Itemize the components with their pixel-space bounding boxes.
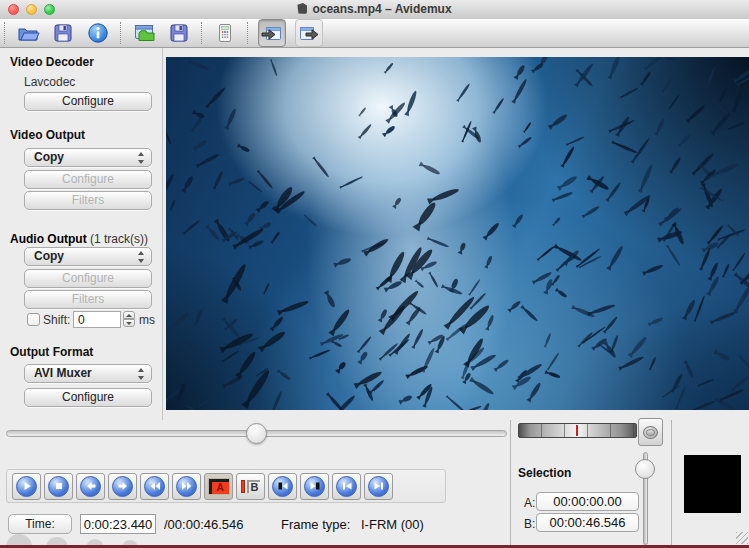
shift-checkbox[interactable] xyxy=(27,313,40,326)
stepper-down-icon[interactable] xyxy=(123,319,135,327)
output-format-selected-value: AVI Muxer xyxy=(34,366,92,380)
panel-divider xyxy=(671,420,672,546)
play-icon xyxy=(16,476,37,497)
video-canvas xyxy=(166,57,749,410)
audio-output-configure-button[interactable]: Configure xyxy=(24,269,152,288)
shift-value-field[interactable] xyxy=(73,311,121,328)
total-duration-text: /00:00:46.546 xyxy=(164,517,244,532)
video-decoder-value: Lavcodec xyxy=(24,75,75,89)
output-format-configure-button[interactable]: Configure xyxy=(24,388,152,407)
double-chevron-left-icon xyxy=(144,476,165,497)
previous-frame-button[interactable] xyxy=(76,473,105,500)
set-marker-b-button[interactable]: B xyxy=(236,473,265,500)
audio-output-heading: Audio Output (1 track(s)) xyxy=(10,232,148,246)
play-button[interactable] xyxy=(12,473,41,500)
panel-divider xyxy=(510,420,511,546)
toolbar xyxy=(0,19,749,48)
jog-spinner-button[interactable] xyxy=(638,418,663,446)
video-output-select[interactable]: Copy xyxy=(24,148,152,167)
black-frame-right-icon xyxy=(304,476,325,497)
previous-black-frame-button[interactable] xyxy=(268,473,297,500)
arrow-left-icon xyxy=(80,476,101,497)
time-button[interactable]: Time: xyxy=(8,514,72,534)
calculator-icon[interactable] xyxy=(212,20,238,46)
selection-a-field[interactable]: 00:00:00.00 xyxy=(536,492,639,511)
save-project-icon[interactable] xyxy=(166,20,192,46)
toolbar-separator xyxy=(201,22,203,44)
sidebar: Video Decoder Lavcodec Configure Video O… xyxy=(0,48,163,420)
next-frame-button[interactable] xyxy=(108,473,137,500)
selection-b-field[interactable]: 00:00:46.546 xyxy=(536,513,639,532)
video-output-filters-button[interactable]: Filters xyxy=(24,191,152,210)
next-black-frame-button[interactable] xyxy=(300,473,329,500)
shift-unit-label: ms xyxy=(139,313,155,327)
timeline-slider-thumb[interactable] xyxy=(246,423,267,444)
document-proxy-icon xyxy=(297,3,307,14)
output-format-heading: Output Format xyxy=(10,345,93,359)
set-marker-a-button[interactable]: A xyxy=(204,473,233,500)
preview-thumbnail xyxy=(684,455,741,513)
toolbar-separator xyxy=(247,22,249,44)
shift-stepper[interactable] xyxy=(123,311,135,328)
selection-b-label: B: xyxy=(524,517,535,531)
fish-overlay xyxy=(166,57,749,410)
video-output-heading: Video Output xyxy=(10,128,85,142)
jump-to-marker-a-icon[interactable] xyxy=(258,19,286,47)
titlebar: oceans.mp4 – Avidemux xyxy=(0,0,749,20)
avidemux-window: oceans.mp4 – Avidemux xyxy=(0,0,749,548)
arrow-right-icon xyxy=(112,476,133,497)
jog-shuttle-wheel[interactable] xyxy=(518,423,637,438)
shift-label: Shift: xyxy=(43,313,70,327)
open-project-icon[interactable] xyxy=(131,20,157,46)
marker-b-icon: B xyxy=(241,479,261,494)
video-decoder-configure-button[interactable]: Configure xyxy=(24,92,152,111)
output-format-select[interactable]: AVI Muxer xyxy=(24,364,152,383)
current-time-field[interactable] xyxy=(80,514,156,534)
black-frame-left-icon xyxy=(272,476,293,497)
knob-icon xyxy=(643,426,658,439)
frame-type-value: I-FRM (00) xyxy=(361,517,424,532)
first-frame-button[interactable] xyxy=(332,473,361,500)
audio-output-select[interactable]: Copy xyxy=(24,247,152,266)
stop-button[interactable] xyxy=(44,473,73,500)
skip-to-end-icon xyxy=(368,476,389,497)
resize-grip[interactable] xyxy=(736,532,748,544)
transport-controls: A B xyxy=(6,469,446,503)
video-output-configure-button[interactable]: Configure xyxy=(24,170,152,189)
skip-to-start-icon xyxy=(336,476,357,497)
selection-a-label: A: xyxy=(524,496,535,510)
marker-a-icon: A xyxy=(209,479,229,494)
audio-output-selected-value: Copy xyxy=(34,249,64,263)
toolbar-separator xyxy=(120,22,122,44)
open-video-icon[interactable] xyxy=(15,20,41,46)
double-chevron-right-icon xyxy=(176,476,197,497)
popup-arrows-icon xyxy=(138,250,145,264)
audio-output-filters-button[interactable]: Filters xyxy=(24,290,152,309)
jog-position-tick xyxy=(576,425,578,436)
previous-keyframe-button[interactable] xyxy=(140,473,169,500)
video-decoder-heading: Video Decoder xyxy=(10,55,94,69)
stepper-up-icon[interactable] xyxy=(123,311,135,319)
frame-type-label: Frame type: xyxy=(281,517,350,532)
popup-arrows-icon xyxy=(138,367,145,381)
save-video-icon[interactable] xyxy=(50,20,76,46)
next-keyframe-button[interactable] xyxy=(172,473,201,500)
volume-slider-thumb[interactable] xyxy=(635,459,655,479)
info-icon[interactable] xyxy=(85,20,111,46)
window-title-area: oceans.mp4 – Avidemux xyxy=(0,0,749,19)
popup-arrows-icon xyxy=(138,151,145,165)
toolbar-drag-handle[interactable] xyxy=(4,22,6,44)
last-frame-button[interactable] xyxy=(364,473,393,500)
video-output-selected-value: Copy xyxy=(34,150,64,164)
stop-icon xyxy=(48,476,69,497)
window-title: oceans.mp4 – Avidemux xyxy=(312,2,451,16)
selection-heading: Selection xyxy=(518,466,571,480)
jump-to-marker-b-icon[interactable] xyxy=(295,19,323,47)
